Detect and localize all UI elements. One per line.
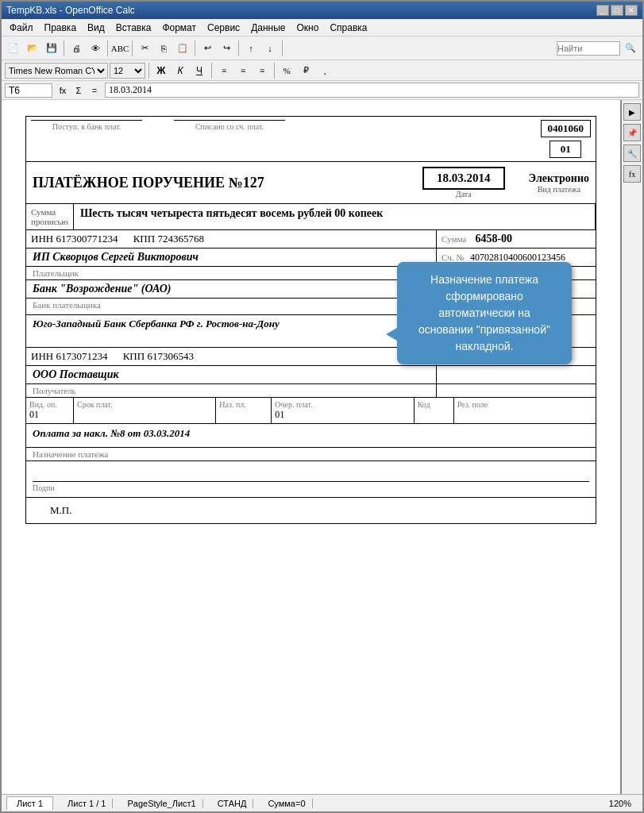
menu-data[interactable]: Данные bbox=[246, 21, 290, 35]
status-style: PageStyle_Лист1 bbox=[121, 799, 202, 808]
naz-cell: Наз. пл. bbox=[216, 398, 272, 423]
cut-button[interactable]: ✂ bbox=[136, 40, 153, 57]
maximize-button[interactable]: □ bbox=[611, 5, 623, 16]
menu-window[interactable]: Окно bbox=[291, 21, 323, 35]
written-off-label: Списано со сч. плат. bbox=[174, 122, 285, 131]
srok-cell: Срок плат. bbox=[74, 398, 216, 423]
font-name-select[interactable]: Times New Roman CYR bbox=[5, 63, 108, 79]
close-button[interactable]: ✕ bbox=[625, 5, 638, 16]
sheet-content[interactable]: Поступ. в банк плат. Списано со сч. плат… bbox=[2, 100, 620, 794]
spell-button[interactable]: ABC bbox=[111, 40, 129, 57]
toolbar-sep1 bbox=[64, 40, 64, 56]
bank-recv-label: Поступ. в банк плат. bbox=[31, 122, 142, 131]
new-button[interactable]: 📄 bbox=[5, 40, 22, 57]
title-row: ПЛАТЁЖНОЕ ПОРУЧЕНИЕ №127 18.03.2014 Дата… bbox=[26, 162, 596, 204]
minimize-button[interactable]: _ bbox=[596, 5, 609, 16]
recv-name-row: ООО Поставщик bbox=[26, 366, 596, 384]
kpp-label: КПП bbox=[133, 233, 155, 245]
sigma-icon[interactable]: Σ bbox=[71, 83, 86, 98]
status-sheet: Лист 1 / 1 bbox=[61, 799, 113, 808]
find-input[interactable] bbox=[557, 41, 620, 56]
summa-label: Сумма bbox=[442, 234, 466, 244]
recv-kpp-label: КПП bbox=[123, 350, 145, 362]
italic-button[interactable]: К bbox=[172, 63, 189, 79]
menu-insert[interactable]: Вставка bbox=[111, 21, 156, 35]
preview-button[interactable]: 👁 bbox=[87, 40, 104, 57]
panel-btn-2[interactable]: 📌 bbox=[623, 124, 641, 141]
align-left-button[interactable]: ≡ bbox=[215, 62, 233, 79]
status-sum: Сумма=0 bbox=[261, 799, 312, 808]
panel-btn-4[interactable]: fx bbox=[623, 165, 641, 183]
panel-btn-1[interactable]: ▶ bbox=[623, 103, 641, 121]
purpose-row: Оплата за накл. №8 от 03.03.2014 bbox=[26, 424, 596, 448]
payer-acc: 40702810400600123456 bbox=[470, 252, 565, 263]
menu-view[interactable]: Вид bbox=[83, 21, 110, 35]
recv-name: ООО Поставщик bbox=[26, 366, 437, 383]
menu-file[interactable]: Файл bbox=[5, 21, 38, 35]
paste-button[interactable]: 📋 bbox=[174, 40, 191, 57]
save-button[interactable]: 💾 bbox=[43, 40, 60, 57]
tooltip-text: Назначение платежа сформировано автомати… bbox=[418, 273, 550, 353]
currency-button[interactable]: ₽ bbox=[297, 62, 314, 79]
right-panel: ▶ 📌 🔧 fx bbox=[620, 100, 642, 794]
sort-desc-button[interactable]: ↓ bbox=[261, 40, 279, 57]
menu-edit[interactable]: Правка bbox=[40, 21, 82, 35]
cell-reference[interactable] bbox=[5, 83, 52, 98]
formula-icon-group: fx Σ = bbox=[56, 83, 102, 98]
redo-button[interactable]: ↪ bbox=[218, 40, 235, 57]
sort-asc-button[interactable]: ↑ bbox=[242, 40, 260, 57]
status-zoom: 120% bbox=[603, 799, 638, 808]
font-sep2 bbox=[211, 63, 212, 79]
recv-label-row: Получатель bbox=[26, 384, 596, 398]
vid-op-cell: Вид. оп. 01 bbox=[26, 398, 74, 423]
bank-recv-line bbox=[31, 120, 142, 121]
font-sep3 bbox=[274, 63, 275, 79]
font-size-select[interactable]: 12 bbox=[110, 63, 145, 79]
formula-input[interactable] bbox=[105, 83, 639, 98]
recv-inn-cell: ИНН 6173071234 КПП 617306543 bbox=[26, 348, 437, 365]
kpp-value: 724365768 bbox=[157, 233, 204, 245]
copy-button[interactable]: ⎘ bbox=[155, 40, 172, 57]
payer-label: Плательщик bbox=[26, 267, 437, 279]
thousands-button[interactable]: , bbox=[316, 62, 334, 79]
fx-icon[interactable]: fx bbox=[56, 83, 70, 98]
recv-label: Получатель bbox=[26, 384, 437, 397]
sign-row: Подпи bbox=[26, 461, 596, 498]
recv-kpp-value: 617306543 bbox=[147, 350, 194, 362]
align-center-button[interactable]: ≡ bbox=[234, 62, 252, 79]
summa-right: Сумма 6458-00 bbox=[437, 230, 596, 248]
menu-tools[interactable]: Сервис bbox=[202, 21, 245, 35]
payer-bank-name: Банк "Возрождение" (ОАО) bbox=[26, 280, 437, 298]
menu-help[interactable]: Справка bbox=[325, 21, 372, 35]
spreadsheet-area: Поступ. в банк плат. Списано со сч. плат… bbox=[2, 100, 642, 794]
title-bar: TempKB.xls - OpenOffice Calc _ □ ✕ bbox=[2, 2, 642, 19]
menu-format[interactable]: Формат bbox=[157, 21, 201, 35]
status-mode: СТАНД bbox=[211, 799, 254, 808]
open-button[interactable]: 📂 bbox=[24, 40, 41, 57]
tooltip-balloon: Назначение платежа сформировано автомати… bbox=[397, 262, 572, 364]
menu-bar: Файл Правка Вид Вставка Формат Сервис Да… bbox=[2, 19, 642, 37]
app-window: TempKB.xls - OpenOffice Calc _ □ ✕ Файл … bbox=[0, 0, 644, 813]
payment-order-title: ПЛАТЁЖНОЕ ПОРУЧЕНИЕ №127 bbox=[33, 175, 415, 191]
codes-row: Вид. оп. 01 Срок плат. Наз. пл. Очер bbox=[26, 398, 596, 424]
undo-button[interactable]: ↩ bbox=[199, 40, 216, 57]
formula-bar: fx Σ = bbox=[2, 81, 642, 100]
equals-icon[interactable]: = bbox=[87, 83, 102, 98]
print-button[interactable]: 🖨 bbox=[67, 40, 85, 57]
payer-bank-label: Банк плательщика bbox=[26, 299, 437, 314]
sign-section: Подпи bbox=[33, 466, 589, 492]
sheet-tab[interactable]: Лист 1 bbox=[6, 796, 53, 810]
purpose-text: Оплата за накл. №8 от 03.03.2014 bbox=[33, 427, 190, 439]
bold-button[interactable]: Ж bbox=[152, 63, 170, 79]
percent-button[interactable]: % bbox=[278, 62, 295, 79]
align-right-button[interactable]: ≡ bbox=[253, 62, 271, 79]
ochr-value: 01 bbox=[275, 409, 410, 421]
kod-cell: Код bbox=[415, 398, 454, 423]
rez-cell: Рез. поле bbox=[454, 398, 596, 423]
underline-button[interactable]: Ч bbox=[191, 63, 208, 79]
panel-btn-3[interactable]: 🔧 bbox=[623, 144, 641, 162]
font-toolbar: Times New Roman CYR 12 Ж К Ч ≡ ≡ ≡ % ₽ , bbox=[2, 60, 642, 81]
recv-bank-name: Юго-Западный Банк Сбербанка РФ г. Ростов… bbox=[26, 315, 437, 347]
kod-label: Код bbox=[418, 400, 450, 409]
find-button[interactable]: 🔍 bbox=[622, 40, 639, 57]
